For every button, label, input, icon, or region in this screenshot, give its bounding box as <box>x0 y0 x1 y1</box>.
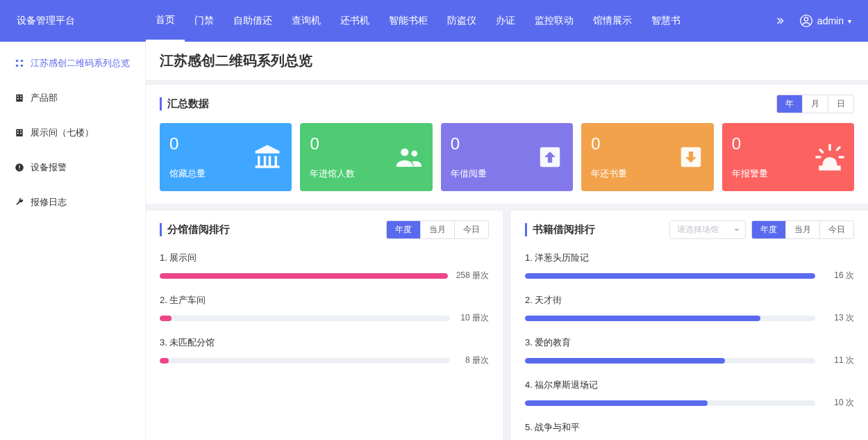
user-menu[interactable]: admin ▾ <box>791 0 868 42</box>
svg-point-5 <box>21 65 24 67</box>
rank-track <box>525 273 815 279</box>
rank-item: 3. 爱的教育11 次 <box>525 329 854 372</box>
siren-icon <box>815 142 844 172</box>
venue-select[interactable]: 请选择场馆 <box>669 220 746 239</box>
rank-fill <box>525 400 708 406</box>
time-tab-当月[interactable]: 当月 <box>785 221 819 238</box>
book-time-tabs: 年度当月今日 <box>751 220 854 239</box>
sidebar-item-1[interactable]: 产品部 <box>0 81 145 115</box>
time-tab-今日[interactable]: 今日 <box>819 221 853 238</box>
rank-track <box>160 273 448 279</box>
nav-tab-5[interactable]: 智能书柜 <box>379 0 437 42</box>
svg-rect-7 <box>17 96 19 97</box>
sidebar: 江苏感创二维码系列总览产品部展示间（七楼）设备报警报修日志 <box>0 42 146 440</box>
sidebar-item-label: 报修日志 <box>31 196 67 209</box>
wrench-icon <box>14 197 25 208</box>
summary-title: 汇总数据 <box>160 97 209 111</box>
rank-item: 2. 生产车间10 册次 <box>160 287 489 329</box>
rank-label: 2. 天才街 <box>525 294 854 307</box>
nav-tab-10[interactable]: 智慧书 <box>642 0 690 42</box>
rank-item: 4. 福尔摩斯退场记10 次 <box>525 372 854 414</box>
sidebar-item-3[interactable]: 设备报警 <box>0 150 145 185</box>
rank-item: 3. 未匹配分馆8 册次 <box>160 329 489 372</box>
rank-value: 13 次 <box>824 312 854 324</box>
time-tab-今日[interactable]: 今日 <box>454 221 488 238</box>
people-icon <box>394 142 423 172</box>
svg-rect-11 <box>16 129 22 137</box>
caret-down-icon: ▾ <box>848 17 851 25</box>
rank-value: 11 次 <box>824 355 854 366</box>
nav-tab-1[interactable]: 门禁 <box>185 0 224 42</box>
rank-fill <box>160 358 169 364</box>
svg-rect-17 <box>19 165 19 169</box>
upload-box-icon <box>537 144 563 170</box>
nav-more-button[interactable] <box>769 0 791 42</box>
nav-tab-8[interactable]: 监控联动 <box>525 0 583 42</box>
rank-item: 5. 战争与和平9 次 <box>525 414 854 440</box>
rank-label: 3. 爱的教育 <box>525 336 854 349</box>
summary-section: 汇总数据 年月日 0馆藏总量0年进馆人数0年借阅量0年还书量0年报警量 <box>146 85 868 204</box>
rank-label: 2. 生产车间 <box>160 294 489 307</box>
rank-fill <box>525 358 725 364</box>
time-tab-当月[interactable]: 当月 <box>420 221 454 238</box>
time-tab-月[interactable]: 月 <box>802 95 828 113</box>
kpi-row: 0馆藏总量0年进馆人数0年借阅量0年还书量0年报警量 <box>160 123 854 191</box>
branch-rank-panel: 分馆借阅排行 年度当月今日 1. 展示间258 册次2. 生产车间10 册次3.… <box>146 211 503 440</box>
user-icon <box>799 14 813 28</box>
svg-point-2 <box>16 60 19 63</box>
nav-tab-3[interactable]: 查询机 <box>282 0 331 42</box>
nav-tab-2[interactable]: 自助借还 <box>224 0 282 42</box>
alert-circle-icon <box>14 162 25 173</box>
nav-tab-7[interactable]: 办证 <box>486 0 525 42</box>
rank-value: 16 次 <box>824 270 854 282</box>
svg-point-3 <box>21 60 24 63</box>
rank-value: 258 册次 <box>456 270 489 282</box>
sidebar-item-2[interactable]: 展示间（七楼） <box>0 115 145 150</box>
book-rank-panel: 书籍借阅排行 请选择场馆 年度当月今日 1. 洋葱头历险记16 次2. 天才街1… <box>511 211 868 440</box>
rank-value: 8 册次 <box>458 355 489 366</box>
rank-track <box>160 358 450 364</box>
chevron-double-right-icon <box>774 15 785 26</box>
rank-label: 1. 展示间 <box>160 252 489 264</box>
sidebar-item-label: 展示间（七楼） <box>31 127 94 139</box>
svg-point-4 <box>16 65 19 67</box>
summary-time-tabs: 年月日 <box>776 95 854 113</box>
rank-value: 10 册次 <box>458 312 489 324</box>
nav-tab-0[interactable]: 首页 <box>146 0 185 42</box>
time-tab-年度[interactable]: 年度 <box>387 221 420 238</box>
rank-value: 10 次 <box>824 397 854 409</box>
top-nav: 设备管理平台 首页门禁自助借还查询机还书机智能书柜防盗仪办证监控联动馆情展示智慧… <box>0 0 868 42</box>
rank-fill <box>160 273 448 279</box>
rank-track <box>525 400 815 406</box>
kpi-card-3: 0年还书量 <box>581 123 713 191</box>
kpi-card-0: 0馆藏总量 <box>160 123 292 191</box>
rank-label: 5. 战争与和平 <box>525 421 854 434</box>
rank-item: 1. 洋葱头历险记16 次 <box>525 245 854 287</box>
sidebar-item-label: 江苏感创二维码系列总览 <box>31 57 130 70</box>
sidebar-item-label: 设备报警 <box>31 161 67 174</box>
dashboard-icon <box>14 58 25 69</box>
time-tab-年[interactable]: 年 <box>777 95 802 113</box>
time-tab-日[interactable]: 日 <box>828 95 853 113</box>
sidebar-item-4[interactable]: 报修日志 <box>0 185 145 220</box>
building-icon <box>14 127 25 138</box>
library-icon <box>253 142 282 172</box>
user-name: admin <box>817 15 844 26</box>
svg-point-1 <box>804 17 808 21</box>
svg-rect-10 <box>20 98 22 99</box>
rank-track <box>525 316 815 321</box>
kpi-card-4: 0年报警量 <box>722 123 854 191</box>
rank-fill <box>525 273 815 279</box>
sidebar-item-label: 产品部 <box>31 92 58 104</box>
nav-tab-6[interactable]: 防盗仪 <box>437 0 486 42</box>
svg-rect-9 <box>17 98 19 99</box>
sidebar-item-0[interactable]: 江苏感创二维码系列总览 <box>0 46 145 81</box>
svg-rect-8 <box>20 96 22 97</box>
nav-tab-4[interactable]: 还书机 <box>331 0 379 42</box>
venue-select-placeholder: 请选择场馆 <box>677 225 719 234</box>
rank-fill <box>525 316 760 321</box>
nav-tab-9[interactable]: 馆情展示 <box>583 0 642 42</box>
svg-rect-6 <box>16 95 22 102</box>
svg-rect-15 <box>20 133 22 134</box>
time-tab-年度[interactable]: 年度 <box>752 221 785 238</box>
